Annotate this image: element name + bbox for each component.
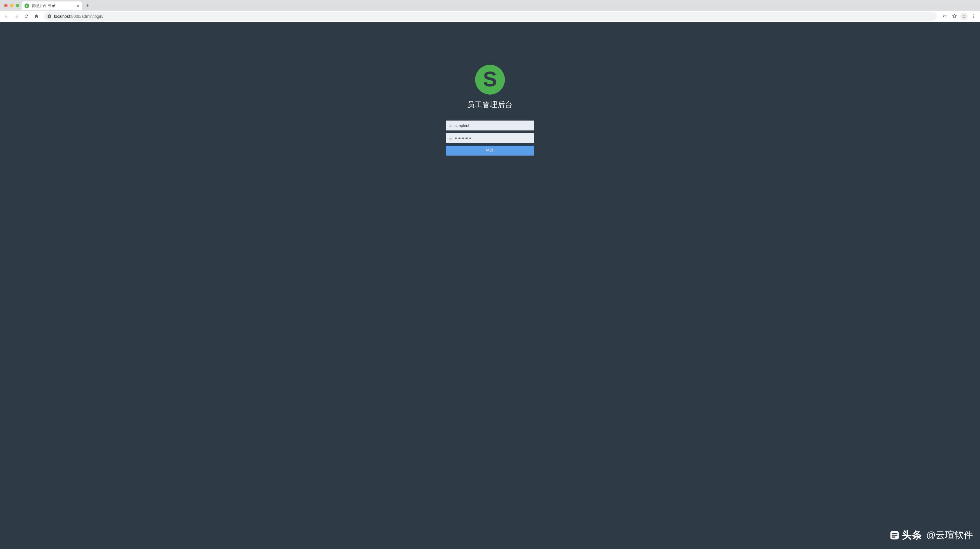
site-info-icon	[47, 14, 52, 18]
address-bar[interactable]: localhost:8000/admin/login/	[44, 12, 937, 21]
user-icon	[449, 124, 452, 128]
svg-point-4	[973, 14, 974, 15]
watermark-author: @云瑄软件	[926, 529, 973, 542]
username-row	[445, 121, 535, 131]
login-button[interactable]: 登录	[445, 146, 535, 156]
app-logo-letter: S	[483, 69, 497, 89]
browser-menu-button[interactable]	[969, 12, 978, 21]
forward-button[interactable]	[12, 12, 21, 21]
svg-point-2	[963, 16, 964, 16]
username-input[interactable]	[455, 123, 531, 128]
svg-point-5	[973, 16, 974, 17]
login-form: S 员工管理后台 登录	[445, 65, 535, 549]
svg-point-6	[973, 17, 974, 18]
password-input[interactable]	[455, 136, 531, 140]
app-logo-icon: S	[475, 65, 505, 94]
bookmark-star-icon[interactable]	[950, 12, 958, 21]
window-controls	[2, 4, 22, 10]
browser-toolbar: localhost:8000/admin/login/	[0, 11, 980, 22]
browser-tab-strip: S 管理后台-登录 × +	[0, 0, 980, 11]
login-title: 员工管理后台	[467, 100, 513, 109]
svg-rect-10	[892, 536, 896, 538]
watermark: 头条 @云瑄软件	[889, 528, 973, 542]
toutiao-icon	[889, 530, 899, 540]
lock-icon	[449, 136, 452, 140]
url-text: localhost:8000/admin/login/	[54, 14, 103, 19]
home-button[interactable]	[32, 12, 40, 21]
watermark-brand: 头条	[902, 528, 922, 542]
password-row	[445, 133, 535, 143]
tab-title: 管理后台-登录	[32, 3, 75, 8]
reload-button[interactable]	[22, 12, 30, 21]
window-maximize-button[interactable]	[16, 4, 19, 7]
svg-rect-9	[892, 535, 897, 536]
profile-avatar-icon[interactable]	[960, 13, 968, 20]
svg-point-1	[962, 14, 966, 18]
svg-rect-8	[892, 533, 897, 534]
back-button[interactable]	[2, 12, 11, 21]
new-tab-button[interactable]: +	[83, 2, 92, 10]
page-content: S 员工管理后台 登录 头条 @云瑄软件	[0, 22, 980, 549]
browser-tab[interactable]: S 管理后台-登录 ×	[22, 2, 82, 10]
window-close-button[interactable]	[4, 4, 8, 7]
password-key-icon[interactable]	[940, 12, 948, 21]
svg-text:S: S	[26, 5, 27, 7]
svg-point-3	[964, 16, 965, 16]
tab-favicon-icon: S	[24, 3, 29, 8]
window-minimize-button[interactable]	[10, 4, 13, 7]
tab-close-button[interactable]: ×	[77, 4, 80, 8]
